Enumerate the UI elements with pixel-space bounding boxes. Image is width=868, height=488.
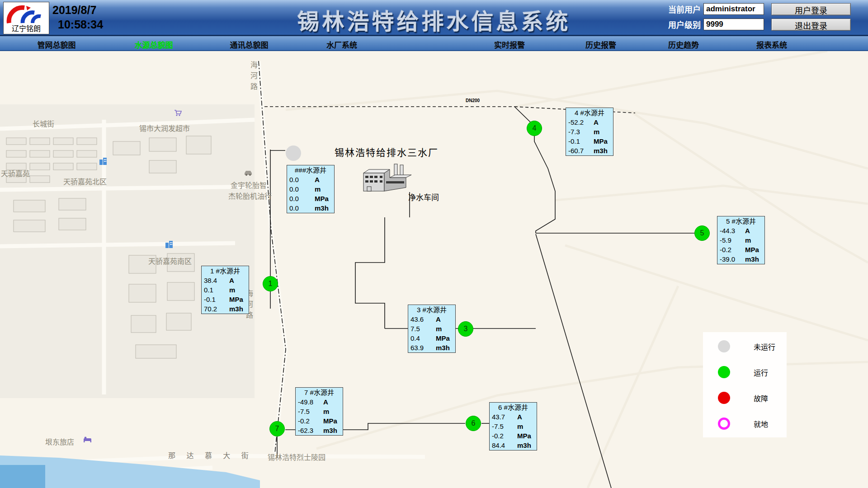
notrunning-swatch-icon [718, 340, 730, 352]
well-marker-4[interactable]: 4 [527, 121, 542, 136]
plant-title: 锡林浩特给排水三水厂 [316, 145, 457, 159]
nav-waterworks-system[interactable]: 水厂系统 [326, 39, 357, 50]
legend-item-notrunning: 未运行 [703, 332, 787, 358]
well-flow: 0.0 [289, 203, 313, 213]
well-flow: 70.2 [204, 304, 227, 314]
map-view: 长城街 锡市大润发超市 天骄嘉苑 天骄嘉苑北区 金宇轮胎智 杰轮胎机油行 天骄嘉… [0, 51, 868, 488]
nav-water-source-overview[interactable]: 水源总貌图 [135, 39, 173, 50]
unit-m3h: m3h [321, 426, 343, 435]
legend-label: 故障 [754, 393, 768, 404]
well-current: -44.3 [720, 226, 743, 235]
unit-ampere: A [743, 226, 764, 235]
well-level: -5.9 [720, 235, 743, 245]
well-marker-6[interactable]: 6 [466, 416, 481, 431]
logo-arcs-icon [6, 3, 46, 24]
unit-ampere: A [313, 175, 334, 184]
nav-history-alarm[interactable]: 历史报警 [585, 39, 616, 50]
well-data-panel-4: 4 #水源井 -52.2A -7.3m -0.1MPa -60.7m3h [566, 108, 613, 156]
well-pressure: -0.1 [204, 295, 227, 304]
unit-m3h: m3h [227, 304, 249, 314]
well-flow: 84.4 [492, 441, 515, 450]
legend-label: 运行 [754, 367, 768, 378]
well-number: 1 [269, 280, 273, 288]
unit-m3h: m3h [743, 254, 764, 264]
well-number: 6 [472, 419, 476, 427]
well-marker-3[interactable]: 3 [458, 321, 473, 337]
street-label-nadamu: 那 达 慕 大 街 [168, 450, 253, 460]
purification-room-label: 净水车间 [408, 191, 439, 202]
district-label: 天骄嘉苑 [1, 168, 30, 178]
poi-label-tire-shop: 金宇轮胎智 [231, 179, 267, 190]
well-level: 0.1 [204, 285, 227, 295]
well-number: 7 [275, 425, 279, 433]
unit-m3h: m3h [434, 343, 455, 352]
date-text: 2019/8/7 [52, 3, 103, 17]
well-flow: -39.0 [720, 254, 743, 264]
unit-meter: m [515, 422, 537, 431]
unit-mpa: MPa [743, 245, 764, 254]
unit-mpa: MPa [434, 333, 455, 343]
nav-realtime-alarm[interactable]: 实时报警 [494, 39, 525, 50]
user-level-field[interactable] [703, 19, 764, 30]
well-data-panel-6: 6 #水源井 43.7A -7.5m -0.2MPa 84.4m3h [489, 402, 537, 450]
well-title: 1 #水源井 [202, 266, 249, 276]
well-marker-7[interactable]: 7 [269, 421, 285, 436]
unit-meter: m [592, 127, 613, 136]
well-number: 3 [464, 325, 468, 333]
unit-m3h: m3h [592, 146, 613, 155]
nav-report-system[interactable]: 报表系统 [756, 39, 787, 50]
well-title: 3 #水源井 [408, 305, 455, 314]
legend-label: 未运行 [754, 341, 775, 352]
poi-label-tire-oil: 杰轮胎机油行 [228, 190, 272, 201]
unit-mpa: MPa [313, 194, 334, 203]
unit-meter: m [743, 235, 764, 245]
current-user-field[interactable] [703, 3, 764, 15]
datetime: 2019/8/7 10:58:34 [52, 3, 103, 32]
unit-meter: m [434, 324, 455, 333]
unit-meter: m [227, 285, 249, 295]
company-logo: 辽宁铭朗 [3, 2, 49, 34]
pipe-diameter-label: DN200 [466, 98, 480, 103]
page-title: 锡林浩特给排水信息系统 [289, 4, 579, 36]
unit-ampere: A [515, 412, 537, 422]
well-data-panel-unknown: ###水源井 0.0A 0.0m 0.0MPa 0.0m3h [287, 165, 335, 213]
bed-icon [84, 437, 91, 442]
main-nav: 管网总貌图 水源总貌图 通讯总貌图 水厂系统 实时报警 历史报警 历史趋势 报表… [0, 36, 868, 51]
unit-mpa: MPa [227, 295, 249, 304]
well-pressure: -0.1 [568, 136, 592, 146]
unit-ampere: A [227, 276, 249, 285]
well-current: 0.0 [289, 175, 313, 184]
nav-history-trend[interactable]: 历史趋势 [668, 39, 699, 50]
road-label-haihe-top: 海河路 [248, 61, 259, 94]
unit-m3h: m3h [313, 203, 334, 213]
logout-button[interactable]: 退出登录 [771, 19, 851, 31]
logo-text: 辽宁铭朗 [12, 24, 41, 34]
well-data-panel-1: 1 #水源井 38.4A 0.1m -0.1MPa 70.2m3h [201, 266, 249, 314]
login-button[interactable]: 用户登录 [771, 3, 851, 15]
well-flow: -60.7 [568, 146, 592, 155]
nav-communication-overview[interactable]: 通讯总貌图 [230, 39, 269, 50]
well-number: 5 [700, 229, 704, 237]
well-marker-5[interactable]: 5 [694, 225, 710, 241]
well-title: 4 #水源井 [566, 108, 613, 117]
well-pressure: 0.4 [410, 333, 434, 343]
legend-item-fault: 故障 [703, 384, 787, 409]
well-marker-notrunning[interactable] [286, 145, 301, 161]
legend-label: 就地 [754, 418, 768, 429]
poi-label-supermarket: 锡市大润发超市 [139, 122, 190, 133]
well-current: 43.7 [492, 412, 515, 422]
poi-label-hotel: 垠东旅店 [45, 436, 74, 447]
well-title: 5 #水源井 [717, 216, 764, 226]
district-label-south: 天骄嘉苑南区 [148, 255, 192, 266]
user-level-label: 用户级别 [665, 19, 701, 30]
well-marker-1[interactable]: 1 [263, 276, 278, 291]
well-current: -49.8 [298, 397, 321, 407]
well-pressure: -0.2 [492, 431, 515, 441]
well-current: -52.2 [568, 117, 592, 127]
nav-pipe-network-overview[interactable]: 管网总貌图 [38, 39, 76, 50]
unit-meter: m [313, 184, 334, 194]
well-number: 4 [533, 124, 537, 132]
unit-m3h: m3h [515, 441, 537, 450]
legend-item-local: 就地 [703, 409, 787, 435]
poi-label-cemetery: 锡林浩特烈士陵园 [268, 451, 326, 462]
